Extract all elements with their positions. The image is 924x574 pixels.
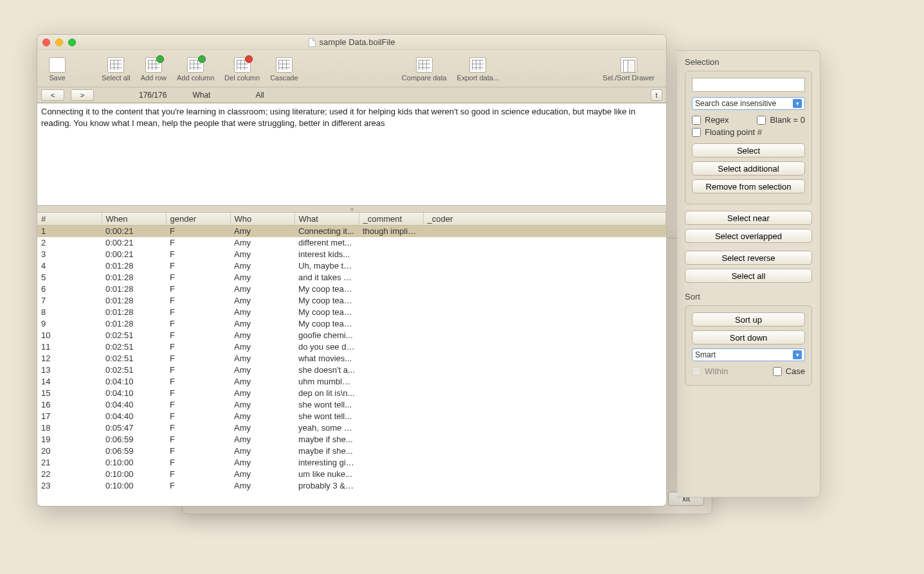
cell-when[interactable]: 0:02:51 — [102, 364, 166, 376]
sel-sort-drawer-button[interactable]: Sel./Sort Drawer — [597, 57, 660, 82]
cell-coder[interactable] — [423, 260, 666, 272]
cell-coder[interactable] — [423, 226, 666, 237]
cell-gender[interactable]: F — [166, 388, 230, 399]
cell-when[interactable]: 0:04:10 — [102, 388, 166, 399]
cell-gender[interactable]: F — [166, 399, 230, 411]
cell-who[interactable]: Amy — [230, 411, 294, 422]
cell-gender[interactable]: F — [166, 226, 230, 237]
cell-when[interactable]: 0:06:59 — [102, 434, 166, 445]
cell-what[interactable]: dep on lit is\n... — [294, 388, 359, 399]
col-header-who[interactable]: Who — [230, 213, 294, 226]
cell-comment[interactable] — [359, 480, 423, 492]
del-column-button[interactable]: Del column — [219, 57, 265, 82]
cell-comment[interactable] — [359, 353, 423, 364]
t-button[interactable]: t — [651, 89, 662, 101]
cell-who[interactable]: Amy — [230, 318, 294, 330]
cell-what[interactable]: uhm mumble l... — [294, 376, 359, 388]
cell-when[interactable]: 0:05:47 — [102, 422, 166, 434]
cell-coder[interactable] — [423, 399, 666, 411]
cell-gender[interactable]: F — [166, 353, 230, 364]
export-data-button[interactable]: Export data... — [452, 57, 504, 82]
table-row[interactable]: 130:02:51FAmyshe doesn't a... — [37, 364, 666, 376]
select-near-button[interactable]: Select near — [685, 211, 812, 225]
cell-who[interactable]: Amy — [230, 469, 294, 480]
cell-comment[interactable] — [359, 376, 423, 388]
cell-what[interactable]: what movies... — [294, 353, 359, 364]
cell-coder[interactable] — [423, 376, 666, 388]
titlebar[interactable]: sample Data.boilFile — [37, 35, 666, 50]
cell-coder[interactable] — [423, 318, 666, 330]
cell-what[interactable]: and it takes a... — [294, 272, 359, 283]
cell-comment[interactable] — [359, 399, 423, 411]
save-button[interactable]: Save — [44, 57, 71, 82]
cell-n[interactable]: 20 — [37, 445, 102, 457]
cell-gender[interactable]: F — [166, 295, 230, 307]
cell-who[interactable]: Amy — [230, 260, 294, 272]
cell-coder[interactable] — [423, 434, 666, 445]
sort-up-button[interactable]: Sort up — [692, 312, 805, 327]
search-mode-select[interactable]: Search case insensitive ▾ — [692, 97, 805, 110]
selection-search-input[interactable] — [692, 78, 805, 92]
add-column-button[interactable]: Add column — [172, 57, 219, 82]
cell-who[interactable]: Amy — [230, 376, 294, 388]
cell-gender[interactable]: F — [166, 376, 230, 388]
cell-who[interactable]: Amy — [230, 445, 294, 457]
cell-n[interactable]: 15 — [37, 388, 102, 399]
table-row[interactable]: 30:00:21FAmyinterest kids... — [37, 249, 666, 260]
cell-what[interactable]: do you see do... — [294, 341, 359, 353]
cell-n[interactable]: 10 — [37, 330, 102, 341]
cell-comment[interactable] — [359, 318, 423, 330]
cell-n[interactable]: 3 — [37, 249, 102, 260]
cell-comment[interactable] — [359, 307, 423, 318]
remove-from-selection-button[interactable]: Remove from selection — [692, 179, 805, 193]
cell-what[interactable]: she doesn't a... — [294, 364, 359, 376]
cell-who[interactable]: Amy — [230, 399, 294, 411]
table-row[interactable]: 140:04:10FAmyuhm mumble l... — [37, 376, 666, 388]
table-row[interactable]: 220:10:00FAmyum like nuke... — [37, 469, 666, 480]
col-header-when[interactable]: When — [102, 213, 166, 226]
col-header-what[interactable]: What — [294, 213, 359, 226]
cell-who[interactable]: Amy — [230, 457, 294, 469]
cell-who[interactable]: Amy — [230, 283, 294, 295]
cell-what[interactable]: maybe if she... — [294, 434, 359, 445]
cell-when[interactable]: 0:01:28 — [102, 260, 166, 272]
cell-what[interactable]: yeah, some ar... — [294, 422, 359, 434]
cell-coder[interactable] — [423, 411, 666, 422]
cell-coder[interactable] — [423, 283, 666, 295]
cell-n[interactable]: 8 — [37, 307, 102, 318]
cell-who[interactable]: Amy — [230, 330, 294, 341]
cell-n[interactable]: 2 — [37, 237, 102, 249]
cell-gender[interactable]: F — [166, 445, 230, 457]
blank0-checkbox[interactable]: Blank = 0 — [757, 115, 805, 125]
cell-who[interactable]: Amy — [230, 422, 294, 434]
cell-comment[interactable] — [359, 434, 423, 445]
cell-when[interactable]: 0:02:51 — [102, 330, 166, 341]
select-all-button[interactable]: Select all — [685, 269, 812, 283]
cell-comment[interactable] — [359, 249, 423, 260]
cell-when[interactable]: 0:00:21 — [102, 226, 166, 237]
cell-what[interactable]: Uh, maybe thr... — [294, 260, 359, 272]
cell-who[interactable]: Amy — [230, 364, 294, 376]
col-header-gender[interactable]: gender — [166, 213, 230, 226]
cell-n[interactable]: 16 — [37, 399, 102, 411]
cell-what[interactable]: Connecting it... — [294, 226, 359, 237]
cell-gender[interactable]: F — [166, 341, 230, 353]
cell-what[interactable]: she wont tell... — [294, 411, 359, 422]
add-row-button[interactable]: Add row — [136, 57, 172, 82]
cell-coder[interactable] — [423, 295, 666, 307]
table-row[interactable]: 40:01:28FAmyUh, maybe thr... — [37, 260, 666, 272]
select-additional-button[interactable]: Select additional — [692, 161, 805, 175]
cell-what[interactable]: My coop teac... — [294, 295, 359, 307]
cell-n[interactable]: 11 — [37, 341, 102, 353]
table-row[interactable]: 60:01:28FAmyMy coop teac... — [37, 283, 666, 295]
cell-who[interactable]: Amy — [230, 295, 294, 307]
cell-n[interactable]: 7 — [37, 295, 102, 307]
cell-comment[interactable] — [359, 260, 423, 272]
cell-who[interactable]: Amy — [230, 249, 294, 260]
table-row[interactable]: 190:06:59FAmymaybe if she... — [37, 434, 666, 445]
zoom-icon[interactable] — [68, 39, 76, 46]
cell-n[interactable]: 9 — [37, 318, 102, 330]
cell-gender[interactable]: F — [166, 364, 230, 376]
table-row[interactable]: 210:10:00FAmyinteresting giv... — [37, 457, 666, 469]
cell-when[interactable]: 0:01:28 — [102, 295, 166, 307]
